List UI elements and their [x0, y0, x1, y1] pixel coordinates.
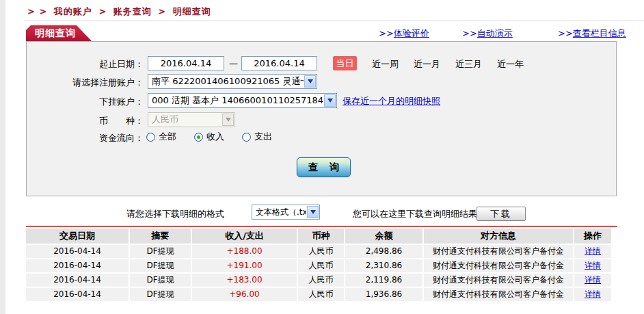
radio-flow-all[interactable]: 全部	[146, 131, 176, 143]
sub-account-select[interactable]: 000 活期 基本户 1406600101102571848	[148, 93, 337, 108]
cell-summary: DF提现	[130, 245, 191, 258]
cell-counterparty: 财付通支付科技有限公司客户备付金	[424, 288, 573, 301]
cell-balance: 1,936.86	[345, 288, 422, 301]
cell-summary: DF提现	[130, 274, 191, 287]
detail-query-page: > > 我的账户 > 账务查询 > 明细查询 明细查询 >>体验评价 >>自动演…	[0, 0, 644, 314]
col-header-balance: 余额	[345, 228, 422, 244]
today-button[interactable]: 当日	[333, 56, 357, 70]
page-edge-strip	[0, 0, 5, 314]
link-arrows: >>	[462, 28, 477, 38]
breadcrumb: > > 我的账户 > 账务查询 > 明细查询	[27, 5, 214, 18]
currency-label: 币 种：	[27, 115, 144, 127]
col-header-summary: 摘要	[130, 228, 191, 244]
cell-balance: 2,310.86	[345, 259, 422, 272]
quick-range-links: 近一周 近一月 近三月 近一年	[372, 58, 524, 70]
breadcrumb-separator: >	[158, 6, 166, 16]
range-last-year[interactable]: 近一年	[497, 58, 524, 70]
cell-action: 详情	[574, 274, 611, 287]
detail-link[interactable]: 详情	[585, 289, 601, 299]
col-header-action: 操作	[574, 228, 611, 244]
download-format-label: 请您选择下载明细的格式	[126, 208, 224, 220]
breadcrumb-item-my-account[interactable]: 我的账户	[54, 6, 92, 16]
link-view-column-info[interactable]: >>查看栏目信息	[558, 27, 626, 40]
link-arrows: >>	[379, 28, 394, 38]
query-form-panel: 起止日期： — 当日 近一周 近一月 近三月 近一年 请选择注册账户： 南平 6…	[26, 41, 617, 196]
registered-account-select[interactable]: 南平 6222001406100921065 灵通卡	[148, 74, 317, 89]
radio-label: 全部	[159, 131, 176, 143]
date-range-label: 起止日期：	[27, 58, 144, 70]
link-auto-demo[interactable]: >>自动演示	[462, 27, 513, 40]
query-button[interactable]: 查 询	[297, 157, 351, 177]
currency-value: 人民币	[148, 114, 222, 126]
table-top-red-line	[26, 226, 617, 227]
link-experience-rating[interactable]: >>体验评价	[379, 27, 429, 40]
date-dash: —	[229, 58, 238, 68]
page-title-tab: 明细查询	[26, 25, 92, 41]
detail-link[interactable]: 详情	[585, 275, 601, 285]
cell-action: 详情	[574, 288, 611, 301]
cell-counterparty: 财付通支付科技有限公司客户备付金	[424, 259, 573, 272]
transactions-table: 交易日期 摘要 收入/支出 币种 余额 对方信息 操作 2016-04-14 D…	[26, 228, 611, 301]
breadcrumb-separator: >	[98, 6, 107, 16]
currency-select-disabled: 人民币	[148, 112, 235, 127]
chevron-down-icon[interactable]	[324, 94, 336, 107]
fund-flow-group: 全部 收入 支出	[146, 131, 272, 143]
cell-date: 2016-04-14	[26, 259, 129, 272]
date-to-input[interactable]	[241, 56, 317, 70]
cell-balance: 2,119.86	[345, 274, 422, 287]
cell-amount: +191.00	[192, 259, 297, 272]
col-header-counterparty: 对方信息	[424, 228, 573, 244]
cell-date: 2016-04-14	[26, 245, 129, 258]
link-label: 查看栏目信息	[573, 28, 626, 38]
cell-currency: 人民币	[298, 288, 344, 301]
date-from-input[interactable]	[148, 56, 224, 70]
detail-link[interactable]: 详情	[585, 261, 601, 270]
cell-currency: 人民币	[298, 274, 344, 287]
radio-label: 收入	[206, 131, 224, 143]
cell-date: 2016-04-14	[26, 274, 129, 287]
header-divider	[24, 21, 644, 21]
fund-flow-label: 资金流向：	[27, 132, 144, 144]
col-header-amount: 收入/支出	[192, 228, 297, 244]
cell-summary: DF提现	[130, 259, 191, 272]
chevron-down-icon[interactable]	[304, 75, 316, 88]
cell-date: 2016-04-14	[26, 288, 129, 301]
breadcrumb-prefix: > >	[27, 6, 47, 16]
chevron-down-icon	[222, 114, 234, 126]
cell-action: 详情	[574, 259, 611, 272]
download-format-value: 文本格式（.txt）	[252, 207, 306, 218]
radio-icon[interactable]	[194, 133, 203, 142]
radio-label: 支出	[254, 131, 272, 143]
radio-flow-income[interactable]: 收入	[194, 131, 224, 143]
range-last-month[interactable]: 近一月	[414, 58, 440, 70]
range-last-quarter[interactable]: 近三月	[455, 58, 482, 70]
cell-currency: 人民币	[298, 259, 344, 272]
sub-account-label: 下挂账户：	[27, 96, 144, 108]
sub-account-value: 000 活期 基本户 1406600101102571848	[148, 94, 323, 107]
col-header-date: 交易日期	[26, 228, 129, 244]
radio-icon[interactable]	[146, 133, 155, 142]
cell-amount: +96.00	[192, 288, 297, 301]
breadcrumb-item-account-query[interactable]: 账务查询	[113, 6, 152, 16]
link-label: 体验评价	[394, 28, 429, 38]
download-button[interactable]: 下载	[477, 207, 526, 221]
download-result-label: 您可以在这里下载查询明细结果	[353, 208, 477, 220]
breadcrumb-item-detail-query[interactable]: 明细查询	[173, 6, 211, 16]
link-label: 自动演示	[477, 28, 513, 38]
col-header-currency: 币种	[298, 228, 344, 244]
save-snapshot-link[interactable]: 保存近一个月的明细快照	[343, 95, 440, 107]
range-last-week[interactable]: 近一周	[372, 58, 399, 70]
download-format-select[interactable]: 文本格式（.txt）	[252, 205, 320, 220]
radio-icon[interactable]	[242, 133, 251, 142]
link-arrows: >>	[558, 28, 573, 38]
cell-amount: +183.00	[192, 274, 297, 287]
cell-amount: +188.00	[192, 245, 297, 258]
cell-counterparty: 财付通支付科技有限公司客户备付金	[424, 274, 573, 287]
registered-account-value: 南平 6222001406100921065 灵通卡	[148, 75, 304, 88]
registered-account-label: 请选择注册账户：	[27, 77, 144, 89]
cell-summary: DF提现	[130, 288, 191, 301]
cell-counterparty: 财付通支付科技有限公司客户备付金	[424, 245, 573, 258]
chevron-down-icon[interactable]	[307, 206, 319, 218]
detail-link[interactable]: 详情	[585, 246, 601, 256]
radio-flow-expense[interactable]: 支出	[242, 131, 272, 143]
